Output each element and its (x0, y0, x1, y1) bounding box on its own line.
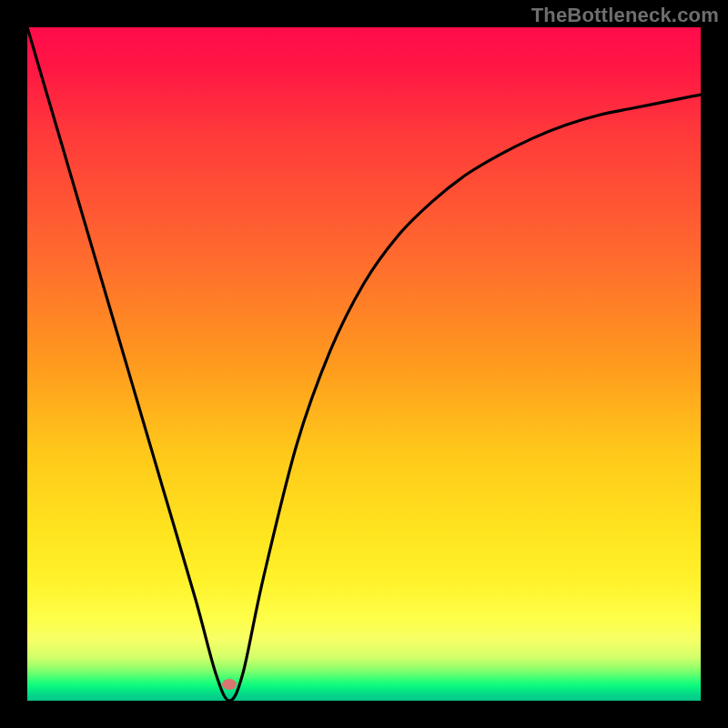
optimal-point-marker (222, 679, 237, 690)
chart-frame: TheBottleneck.com (0, 0, 728, 728)
watermark-label: TheBottleneck.com (531, 4, 719, 27)
bottleneck-curve (27, 27, 701, 701)
plot-area (27, 27, 701, 701)
